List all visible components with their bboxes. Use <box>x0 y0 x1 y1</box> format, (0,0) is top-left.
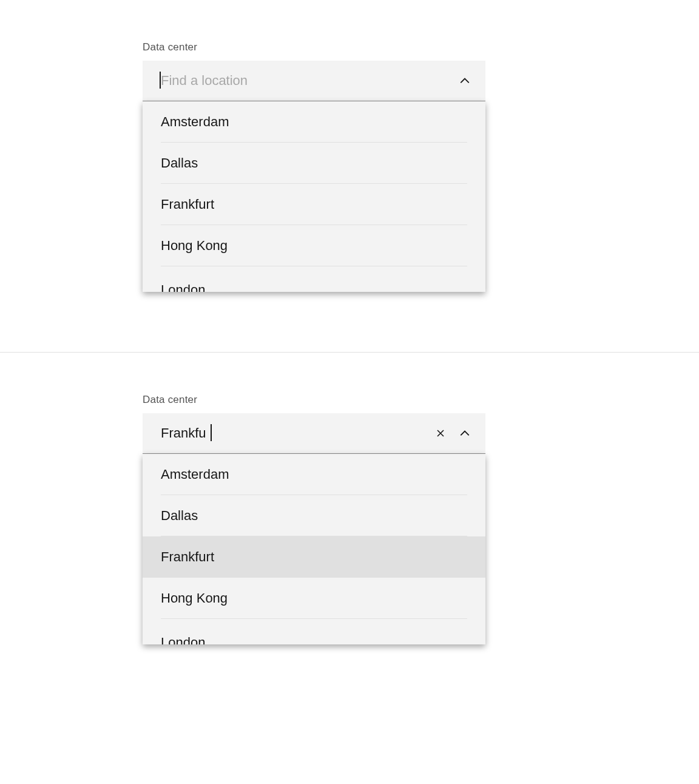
dropdown-item-label: London <box>161 282 205 292</box>
field-label: Data center <box>143 41 699 53</box>
combobox-example-typing: Data center Frankfu Amsterdam Dallas Fra… <box>0 353 699 706</box>
dropdown-item-amsterdam[interactable]: Amsterdam <box>143 454 485 495</box>
combobox-input-row[interactable]: Find a location <box>143 61 485 101</box>
combobox-input-row[interactable]: Frankfu <box>143 413 485 454</box>
dropdown-menu: Amsterdam Dallas Frankfurt Hong Kong Lon… <box>143 454 485 644</box>
combobox-example-empty: Data center Find a location Amsterdam Da… <box>0 0 699 352</box>
dropdown-item-dallas[interactable]: Dallas <box>143 143 485 184</box>
dropdown-item-hong-kong[interactable]: Hong Kong <box>143 225 485 266</box>
dropdown-item-frankfurt[interactable]: Frankfurt <box>143 184 485 225</box>
dropdown-item-dallas[interactable]: Dallas <box>143 495 485 536</box>
dropdown-item-frankfurt[interactable]: Frankfurt <box>143 536 485 578</box>
dropdown-item-label: Hong Kong <box>161 590 228 606</box>
dropdown-item-label: Dallas <box>161 508 198 524</box>
chevron-up-icon[interactable] <box>458 73 472 88</box>
field-label: Data center <box>143 394 699 406</box>
dropdown-item-label: Dallas <box>161 155 198 171</box>
combobox-value: Frankfu <box>161 425 206 441</box>
dropdown-item-label: Amsterdam <box>161 467 229 482</box>
combobox: Find a location Amsterdam Dallas Frankfu… <box>143 61 485 292</box>
combobox: Frankfu Amsterdam Dallas Frankfurt Hon <box>143 413 485 644</box>
dropdown-item-label: Amsterdam <box>161 114 229 130</box>
text-cursor <box>211 424 212 441</box>
chevron-up-icon[interactable] <box>458 426 472 441</box>
dropdown-menu: Amsterdam Dallas Frankfurt Hong Kong Lon… <box>143 101 485 292</box>
dropdown-item-london[interactable]: London <box>143 266 485 292</box>
close-icon <box>436 428 445 438</box>
dropdown-item-amsterdam[interactable]: Amsterdam <box>143 101 485 143</box>
dropdown-item-label: Frankfurt <box>161 197 214 212</box>
combobox-placeholder: Find a location <box>161 73 248 89</box>
dropdown-item-label: Frankfurt <box>161 549 214 565</box>
dropdown-item-label: Hong Kong <box>161 238 228 254</box>
dropdown-item-hong-kong[interactable]: Hong Kong <box>143 578 485 619</box>
dropdown-item-label: London <box>161 635 205 644</box>
clear-button[interactable] <box>433 426 448 441</box>
dropdown-item-london[interactable]: London <box>143 619 485 644</box>
